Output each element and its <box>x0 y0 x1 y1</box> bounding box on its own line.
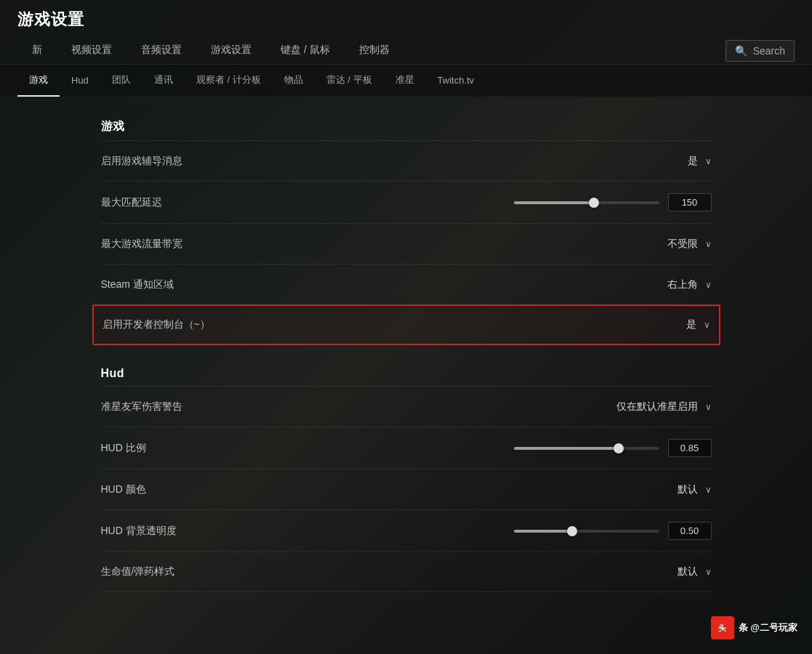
row-hud-color: HUD 颜色 默认 ∨ <box>101 469 712 509</box>
row-hud-scale: HUD 比例 0.85 <box>101 427 712 469</box>
slider-track-transparency <box>514 530 659 533</box>
value-crosshair-warning[interactable]: 仅在默认准星启用 ∨ <box>616 400 712 413</box>
label-developer-console: 启用开发者控制台（~） <box>102 318 652 331</box>
slider-value-transparency[interactable]: 0.50 <box>668 522 712 540</box>
search-bar[interactable]: 🔍 Search <box>725 40 795 62</box>
label-max-delay: 最大匹配延迟 <box>101 196 514 209</box>
chevron-down-icon: ∨ <box>705 485 712 495</box>
sub-nav-team[interactable]: 团队 <box>100 65 142 97</box>
slider-track-hud <box>514 447 659 450</box>
value-steam-notification[interactable]: 右上角 ∨ <box>654 278 712 291</box>
sub-nav-game[interactable]: 游戏 <box>17 65 60 97</box>
slider-thumb[interactable] <box>589 198 599 208</box>
chevron-down-icon: ∨ <box>705 280 712 290</box>
label-bandwidth: 最大游戏流量带宽 <box>101 238 654 251</box>
game-section-header: 游戏 <box>101 119 712 134</box>
slider-value-delay[interactable]: 150 <box>668 193 712 211</box>
sub-nav-hud[interactable]: Hud <box>60 66 100 96</box>
sub-nav-radar[interactable]: 雷达 / 平板 <box>315 65 384 97</box>
header: 游戏设置 新 视频设置 音频设置 游戏设置 键盘 / 鼠标 控制器 🔍 Sear… <box>0 0 812 65</box>
value-bandwidth[interactable]: 不受限 ∨ <box>654 238 712 251</box>
nav-item-audio[interactable]: 音频设置 <box>126 38 196 64</box>
row-crosshair-warning: 准星友军伤害警告 仅在默认准星启用 ∨ <box>101 386 712 427</box>
label-hud-transparency: HUD 背景透明度 <box>101 525 514 538</box>
slider-fill-hud <box>514 447 619 450</box>
chevron-down-icon: ∨ <box>705 239 712 249</box>
label-hud-color: HUD 颜色 <box>101 483 654 496</box>
slider-hud-transparency[interactable]: 0.50 <box>514 522 712 540</box>
nav-item-controller[interactable]: 控制器 <box>345 38 404 64</box>
row-max-delay: 最大匹配延迟 150 <box>101 181 712 223</box>
slider-track <box>514 201 659 204</box>
settings-container: 游戏 启用游戏辅导消息 是 ∨ 最大匹配延迟 150 <box>57 119 755 592</box>
chevron-down-icon: ∨ <box>705 567 712 577</box>
slider-max-delay[interactable]: 150 <box>514 193 712 211</box>
value-health-ammo[interactable]: 默认 ∨ <box>654 565 712 578</box>
sub-nav-twitch[interactable]: Twitch.tv <box>426 66 486 96</box>
nav-bar: 新 视频设置 音频设置 游戏设置 键盘 / 鼠标 控制器 🔍 Search <box>17 38 795 64</box>
sub-nav-items[interactable]: 物品 <box>273 65 315 97</box>
row-hud-transparency: HUD 背景透明度 0.50 <box>101 509 712 552</box>
app-container: 游戏设置 新 视频设置 音频设置 游戏设置 键盘 / 鼠标 控制器 🔍 Sear… <box>0 0 812 654</box>
chevron-down-icon: ∨ <box>705 402 712 412</box>
sub-nav-observer[interactable]: 观察者 / 计分板 <box>185 65 273 97</box>
slider-fill-transparency <box>514 530 572 533</box>
content-area: 游戏 启用游戏辅导消息 是 ∨ 最大匹配延迟 150 <box>0 97 812 654</box>
value-game-assistant[interactable]: 是 ∨ <box>654 155 712 168</box>
slider-thumb-transparency[interactable] <box>567 526 577 536</box>
slider-thumb-hud[interactable] <box>614 443 624 453</box>
label-hud-scale: HUD 比例 <box>101 442 514 455</box>
sub-nav-crosshair[interactable]: 准星 <box>384 65 426 97</box>
sub-nav: 游戏 Hud 团队 通讯 观察者 / 计分板 物品 雷达 / 平板 准星 Twi… <box>0 65 812 97</box>
row-developer-console: 启用开发者控制台（~） 是 ∨ <box>92 304 720 345</box>
chevron-down-icon: ∨ <box>705 156 712 166</box>
watermark: 头 条 @二号玩家 <box>711 616 797 639</box>
chevron-down-icon: ∨ <box>704 320 710 330</box>
search-label: Search <box>753 45 785 57</box>
nav-item-game[interactable]: 游戏设置 <box>196 38 266 64</box>
row-game-assistant: 启用游戏辅导消息 是 ∨ <box>101 140 712 181</box>
watermark-icon: 头 <box>711 616 734 639</box>
nav-item-new[interactable]: 新 <box>17 38 57 64</box>
row-bandwidth: 最大游戏流量带宽 不受限 ∨ <box>101 223 712 264</box>
label-crosshair-warning: 准星友军伤害警告 <box>101 400 616 413</box>
value-developer-console[interactable]: 是 ∨ <box>652 318 710 331</box>
watermark-text: 条 @二号玩家 <box>739 621 797 634</box>
value-hud-color[interactable]: 默认 ∨ <box>654 483 712 496</box>
hud-section-header: Hud <box>101 367 712 380</box>
label-steam-notification: Steam 通知区域 <box>101 278 654 291</box>
row-health-ammo: 生命值/弹药样式 默认 ∨ <box>101 552 712 592</box>
nav-item-keyboard[interactable]: 键盘 / 鼠标 <box>266 38 345 64</box>
label-health-ammo: 生命值/弹药样式 <box>101 565 654 578</box>
nav-item-video[interactable]: 视频设置 <box>57 38 126 64</box>
app-title: 游戏设置 <box>17 9 795 31</box>
row-steam-notification: Steam 通知区域 右上角 ∨ <box>101 264 712 304</box>
search-icon: 🔍 <box>735 45 747 57</box>
slider-hud-scale[interactable]: 0.85 <box>514 439 712 457</box>
sub-nav-comms[interactable]: 通讯 <box>142 65 185 97</box>
slider-value-hud[interactable]: 0.85 <box>668 439 712 457</box>
label-game-assistant: 启用游戏辅导消息 <box>101 155 654 168</box>
slider-fill <box>514 201 594 204</box>
